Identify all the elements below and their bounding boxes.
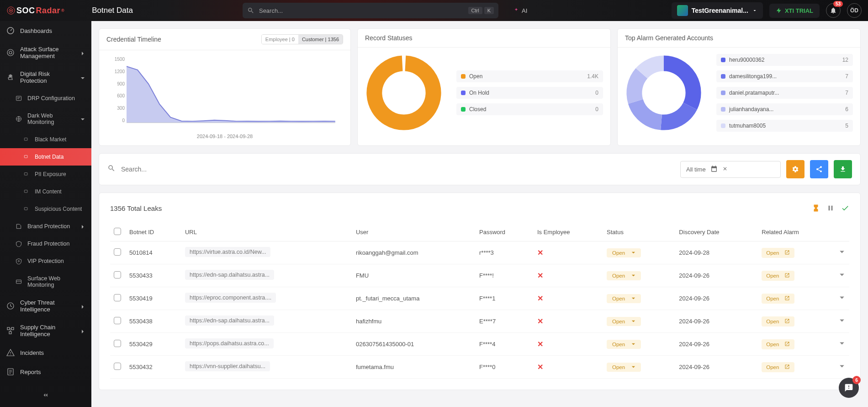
- cell-url[interactable]: https://eproc.component.astra....: [185, 293, 276, 303]
- expand-row[interactable]: [839, 318, 845, 325]
- select-all-checkbox[interactable]: [114, 228, 121, 235]
- key-ctrl: Ctrl: [468, 7, 482, 14]
- logo[interactable]: SOCRadar®: [6, 6, 64, 16]
- row-checkbox[interactable]: [114, 363, 121, 370]
- svg-point-4: [7, 49, 14, 56]
- x-icon: ✕: [537, 249, 543, 257]
- chart-x-label: 2024-09-18 - 2024-09-28: [106, 134, 343, 139]
- pill-customer[interactable]: Customer | 1356: [298, 35, 343, 44]
- sidebar-item-drp-configuration[interactable]: DRP Configuration: [0, 90, 91, 107]
- top-alarm-accounts-card: Top Alarm Generated Accounts heru9000036…: [617, 28, 861, 146]
- pill-employee[interactable]: Employee | 0: [262, 35, 298, 44]
- alarm-pill[interactable]: Open: [762, 271, 794, 281]
- search-icon: [247, 7, 254, 14]
- sidebar-item-im-content[interactable]: IM Content: [0, 183, 91, 200]
- sidebar-item-supply-chain-intelligence[interactable]: Supply Chain Intelligence: [0, 318, 91, 343]
- notifications-button[interactable]: 53: [826, 3, 841, 18]
- sidebar-item-botnet-data[interactable]: Botnet Data: [0, 148, 91, 166]
- expand-row[interactable]: [839, 295, 845, 302]
- target-icon: [6, 48, 15, 57]
- sidebar-item-suspicious-content[interactable]: Suspicious Content: [0, 200, 91, 218]
- svg-point-2: [11, 10, 12, 11]
- credential-timeline-card: Credential Timeline Employee | 0 Custome…: [99, 28, 351, 146]
- table-title: 1356 Total Leaks: [110, 204, 162, 212]
- user-avatar[interactable]: ÖD: [847, 3, 862, 18]
- global-search[interactable]: Search... Ctrl K: [243, 3, 498, 18]
- status-pill[interactable]: Open: [607, 317, 641, 326]
- status-pill[interactable]: Open: [607, 294, 641, 303]
- expand-row[interactable]: [839, 272, 845, 279]
- sidebar: DashboardsAttack Surface ManagementDigit…: [0, 21, 91, 407]
- company-selector[interactable]: TestGreenanimal...: [672, 2, 763, 19]
- row-checkbox[interactable]: [114, 340, 121, 347]
- collapse-sidebar[interactable]: [0, 385, 91, 407]
- expand-row[interactable]: [839, 364, 845, 370]
- sidebar-item-vip-protection[interactable]: VIP Protection: [0, 252, 91, 270]
- chevron-down-icon: [80, 117, 85, 121]
- status-pill[interactable]: Open: [607, 363, 641, 372]
- cell-date: 2024-09-26: [675, 333, 758, 356]
- hourglass-icon[interactable]: [812, 204, 820, 212]
- sidebar-item-black-market[interactable]: Black Market: [0, 131, 91, 148]
- filter-bar: All time: [99, 153, 861, 185]
- download-button[interactable]: [834, 160, 852, 178]
- key-k: K: [484, 7, 494, 14]
- cell-url[interactable]: https://pops.daihatsu.astra.co...: [185, 338, 274, 348]
- expand-row[interactable]: [839, 249, 845, 256]
- cell-url[interactable]: https://edn-sap.daihatsu.astra...: [185, 316, 274, 326]
- alarm-pill[interactable]: Open: [762, 316, 794, 327]
- sidebar-item-digital-risk-protection[interactable]: Digital Risk Protection: [0, 65, 91, 90]
- cell-url[interactable]: https://vnn-supplier.daihatsu...: [185, 361, 270, 371]
- alarm-pill[interactable]: Open: [762, 362, 794, 372]
- svg-rect-16: [7, 327, 10, 330]
- sidebar-item-dark-web-monitoring[interactable]: Dark Web Monitoring: [0, 107, 91, 131]
- dot-icon: [24, 137, 29, 142]
- alarm-pill[interactable]: Open: [762, 339, 794, 349]
- sidebar-item-brand-protection[interactable]: Brand Protection: [0, 218, 91, 235]
- alarm-pill[interactable]: Open: [762, 294, 794, 304]
- sidebar-item-cyber-threat-intelligence[interactable]: Cyber Threat Intelligence: [0, 294, 91, 318]
- ai-button[interactable]: AI: [513, 7, 527, 14]
- help-bubble[interactable]: 6: [839, 378, 859, 398]
- status-pill[interactable]: Open: [607, 271, 641, 280]
- cell-botnet-id: 5530429: [126, 333, 181, 356]
- settings-button[interactable]: [786, 160, 804, 178]
- sidebar-item-incidents[interactable]: Incidents: [0, 343, 91, 362]
- dot-icon: [24, 154, 29, 160]
- xti-trial-badge[interactable]: XTI TRIAL: [769, 4, 820, 18]
- alarm-pill[interactable]: Open: [762, 248, 794, 258]
- status-pill[interactable]: Open: [607, 340, 641, 349]
- brand-icon: [16, 223, 22, 230]
- check-icon[interactable]: [841, 204, 849, 212]
- sidebar-item-fraud-protection[interactable]: Fraud Protection: [0, 235, 91, 252]
- status-pill[interactable]: Open: [607, 248, 641, 257]
- col-user: User: [352, 223, 476, 241]
- pause-icon[interactable]: [826, 204, 835, 212]
- expand-row[interactable]: [839, 341, 845, 348]
- row-checkbox[interactable]: [114, 294, 121, 301]
- cell-url[interactable]: https://virtue.astra.co.id/New...: [185, 247, 270, 257]
- table-search-input[interactable]: [121, 166, 675, 173]
- sidebar-item-attack-surface-management[interactable]: Attack Surface Management: [0, 40, 91, 65]
- row-checkbox[interactable]: [114, 248, 121, 256]
- sidebar-item-surface-web-monitoring[interactable]: Surface Web Monitoring: [0, 270, 91, 294]
- cell-url[interactable]: https://edn-sap.daihatsu.astra...: [185, 270, 274, 280]
- bell-icon: [830, 7, 837, 14]
- svg-rect-17: [11, 327, 14, 330]
- share-button[interactable]: [810, 160, 828, 178]
- clear-date-icon[interactable]: [722, 166, 728, 173]
- sidebar-item-reports[interactable]: Reports: [0, 362, 91, 381]
- row-checkbox[interactable]: [114, 271, 121, 278]
- sidebar-item-dashboards[interactable]: Dashboards: [0, 21, 91, 40]
- company-avatar: [677, 5, 688, 16]
- surface-icon: [16, 278, 22, 285]
- help-icon: [844, 383, 853, 392]
- cell-password: r****3: [476, 241, 534, 264]
- help-badge: 6: [852, 376, 861, 384]
- date-range-selector[interactable]: All time: [680, 161, 781, 178]
- cell-user: pt._futari_mecca_utama: [352, 287, 476, 310]
- sidebar-item-pii-exposure[interactable]: PII Exposure: [0, 166, 91, 183]
- row-checkbox[interactable]: [114, 317, 121, 324]
- cell-botnet-id: 5010814: [126, 241, 181, 264]
- notifications-count: 53: [833, 1, 843, 7]
